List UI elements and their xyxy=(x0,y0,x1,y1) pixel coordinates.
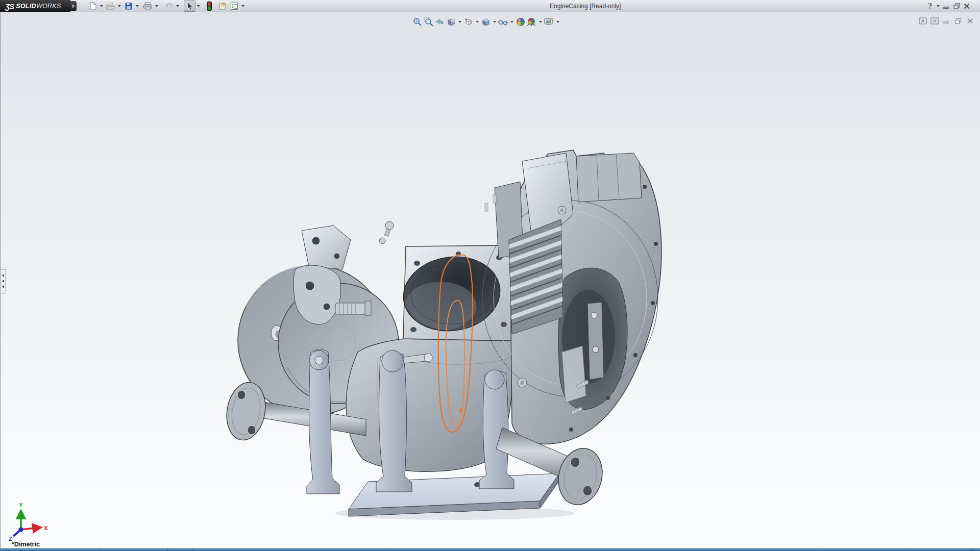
select-dropdown[interactable] xyxy=(195,1,202,12)
y-axis-label: Y xyxy=(19,502,23,508)
zoom-to-area-button[interactable] xyxy=(423,16,434,28)
chevron-left-icon xyxy=(2,274,4,277)
save-dropdown[interactable] xyxy=(134,1,140,12)
select-button[interactable] xyxy=(184,1,195,12)
restore-button[interactable] xyxy=(951,1,962,11)
previous-view-button[interactable] xyxy=(434,16,446,28)
main-toolbar xyxy=(87,1,246,12)
panel-left-icon xyxy=(919,17,927,24)
close-doc-icon xyxy=(967,18,973,24)
print-icon xyxy=(143,2,152,10)
section-view-button[interactable] xyxy=(446,16,457,28)
chevron-left-icon xyxy=(2,280,4,283)
x-axis xyxy=(21,528,39,530)
view-orientation-dropdown[interactable] xyxy=(474,16,480,28)
upper-block[interactable] xyxy=(576,153,642,202)
mount-brackets[interactable] xyxy=(293,226,371,324)
open-folder-icon xyxy=(106,2,115,10)
chevron-left-icon xyxy=(2,285,4,288)
document-window-controls xyxy=(918,17,974,25)
new-document-button[interactable] xyxy=(87,1,99,12)
cylinder-block[interactable] xyxy=(399,245,513,341)
print-button[interactable] xyxy=(142,1,154,12)
status-bar xyxy=(0,548,980,551)
view-simulation-button[interactable] xyxy=(203,1,215,12)
new-document-dropdown[interactable] xyxy=(99,1,105,12)
open-button[interactable] xyxy=(105,1,116,12)
edit-appearance-button[interactable] xyxy=(515,16,526,28)
close-icon xyxy=(964,3,970,9)
undo-button[interactable] xyxy=(163,1,175,12)
appearance-ball-icon xyxy=(516,17,526,27)
show-feature-pane-button[interactable] xyxy=(918,17,927,25)
help-dropdown[interactable] xyxy=(935,1,941,12)
open-dropdown[interactable] xyxy=(116,1,122,12)
apply-scene-button[interactable] xyxy=(526,16,537,28)
minimize-document-button[interactable] xyxy=(942,17,951,25)
solidworks-logo-light: WORKS xyxy=(36,3,61,10)
options-button[interactable] xyxy=(228,1,240,12)
apply-scene-dropdown[interactable] xyxy=(537,16,544,28)
apply-scene-icon xyxy=(526,17,537,27)
engine-casing-model[interactable] xyxy=(1,12,980,548)
options-checklist-icon xyxy=(230,2,238,10)
traffic-light-icon xyxy=(207,2,212,11)
close-document-button[interactable] xyxy=(965,17,974,25)
view-settings-dropdown[interactable] xyxy=(555,16,561,28)
select-cursor-icon xyxy=(186,2,193,10)
show-task-pane-button[interactable] xyxy=(930,17,939,25)
feature-tree-collapse-tab[interactable] xyxy=(1,269,6,293)
undo-icon xyxy=(164,2,174,10)
resize-grip[interactable] xyxy=(969,549,974,550)
view-settings-button[interactable] xyxy=(544,16,555,28)
zoom-to-area-icon xyxy=(424,17,434,27)
headsup-view-toolbar xyxy=(412,16,561,28)
bolt-hole xyxy=(410,327,416,332)
chevron-right-icon xyxy=(72,4,75,8)
inner-bolt xyxy=(593,346,599,353)
save-floppy-icon xyxy=(125,2,133,10)
x-axis-label: X xyxy=(44,525,48,531)
minimize-icon xyxy=(943,3,949,9)
solidworks-logo-glyph: ƷS xyxy=(5,2,14,11)
pivot-pin-cap xyxy=(424,354,432,362)
hide-show-items-button[interactable] xyxy=(498,16,509,28)
inner-bolt xyxy=(591,312,597,318)
window-controls: ? xyxy=(925,1,972,12)
print-dropdown[interactable] xyxy=(154,1,160,12)
hide-show-items-dropdown[interactable] xyxy=(509,16,515,28)
section-view-dropdown[interactable] xyxy=(457,16,463,28)
minimize-button[interactable] xyxy=(941,1,951,11)
display-style-dropdown[interactable] xyxy=(492,16,498,28)
view-orientation-icon xyxy=(463,17,474,27)
zoom-to-fit-icon xyxy=(412,17,423,27)
panel-right-icon xyxy=(930,17,939,24)
solidworks-logo[interactable]: ƷS SOLID WORKS xyxy=(0,0,70,12)
restore-icon xyxy=(953,3,960,9)
solidworks-logo-bold: SOLID xyxy=(16,3,36,10)
close-button[interactable] xyxy=(962,1,972,11)
file-properties-icon xyxy=(218,2,227,10)
options-dropdown[interactable] xyxy=(240,1,246,12)
display-style-icon xyxy=(481,17,491,27)
undo-dropdown[interactable] xyxy=(175,1,181,12)
threaded-stud xyxy=(335,303,367,314)
display-style-button[interactable] xyxy=(480,16,492,28)
restore-doc-icon xyxy=(954,18,962,24)
title-bar: ƷS SOLID WORKS xyxy=(0,0,980,12)
graphics-area[interactable]: Y X Z *Dimetric xyxy=(0,12,980,548)
eyeglasses-icon xyxy=(498,17,509,27)
menu-expand-arrow[interactable] xyxy=(70,1,77,11)
previous-view-icon xyxy=(435,17,445,27)
view-orientation-button[interactable] xyxy=(463,16,474,28)
zoom-to-fit-button[interactable] xyxy=(412,16,423,28)
bolt-hole xyxy=(414,261,420,266)
view-settings-icon xyxy=(544,17,555,27)
file-properties-button[interactable] xyxy=(216,1,228,12)
bolt-hole xyxy=(501,322,507,327)
document-title: EngineCasing [Read-only] xyxy=(550,3,621,10)
minimize-doc-icon xyxy=(943,18,950,24)
help-button[interactable]: ? xyxy=(925,1,935,11)
save-button[interactable] xyxy=(122,1,134,12)
restore-document-button[interactable] xyxy=(953,17,963,25)
